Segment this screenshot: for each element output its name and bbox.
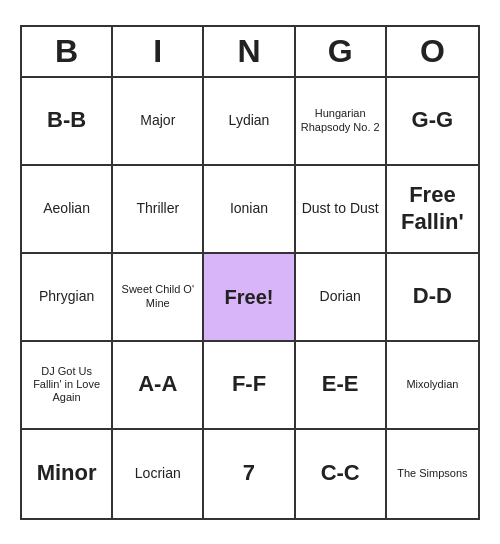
bingo-cell-5[interactable]: Aeolian <box>22 166 113 254</box>
bingo-cell-20[interactable]: Minor <box>22 430 113 518</box>
bingo-cell-16[interactable]: A-A <box>113 342 204 430</box>
header-letter-I: I <box>113 27 204 76</box>
bingo-cell-22[interactable]: 7 <box>204 430 295 518</box>
bingo-cell-21[interactable]: Locrian <box>113 430 204 518</box>
bingo-cell-3[interactable]: Hungarian Rhapsody No. 2 <box>296 78 387 166</box>
bingo-cell-17[interactable]: F-F <box>204 342 295 430</box>
bingo-card: BINGO B-BMajorLydianHungarian Rhapsody N… <box>20 25 480 520</box>
bingo-cell-12[interactable]: Free! <box>204 254 295 342</box>
bingo-cell-15[interactable]: DJ Got Us Fallin' in Love Again <box>22 342 113 430</box>
bingo-cell-4[interactable]: G-G <box>387 78 478 166</box>
header-letter-O: O <box>387 27 478 76</box>
bingo-grid: B-BMajorLydianHungarian Rhapsody No. 2G-… <box>22 78 478 518</box>
bingo-cell-2[interactable]: Lydian <box>204 78 295 166</box>
bingo-cell-24[interactable]: The Simpsons <box>387 430 478 518</box>
bingo-cell-1[interactable]: Major <box>113 78 204 166</box>
bingo-cell-11[interactable]: Sweet Child O' Mine <box>113 254 204 342</box>
bingo-cell-7[interactable]: Ionian <box>204 166 295 254</box>
header-letter-G: G <box>296 27 387 76</box>
bingo-cell-0[interactable]: B-B <box>22 78 113 166</box>
header-letter-N: N <box>204 27 295 76</box>
bingo-header: BINGO <box>22 27 478 78</box>
bingo-cell-14[interactable]: D-D <box>387 254 478 342</box>
bingo-cell-19[interactable]: Mixolydian <box>387 342 478 430</box>
bingo-cell-13[interactable]: Dorian <box>296 254 387 342</box>
bingo-cell-18[interactable]: E-E <box>296 342 387 430</box>
bingo-cell-23[interactable]: C-C <box>296 430 387 518</box>
header-letter-B: B <box>22 27 113 76</box>
bingo-cell-9[interactable]: Free Fallin' <box>387 166 478 254</box>
bingo-cell-10[interactable]: Phrygian <box>22 254 113 342</box>
bingo-cell-6[interactable]: Thriller <box>113 166 204 254</box>
bingo-cell-8[interactable]: Dust to Dust <box>296 166 387 254</box>
